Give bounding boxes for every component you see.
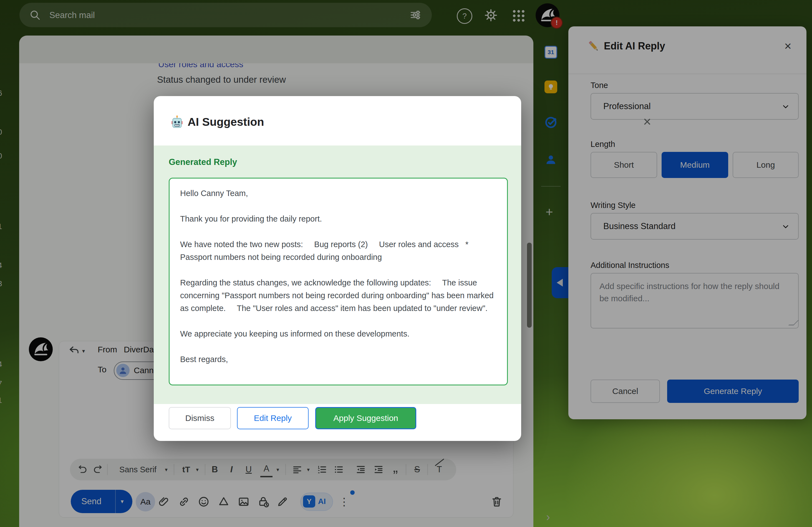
close-icon[interactable]: × (637, 112, 657, 132)
modal-title: AI Suggestion (188, 115, 264, 129)
generated-reply-label: Generated Reply (169, 157, 237, 167)
generated-reply-section: Generated Reply Hello Canny Team, Thank … (154, 145, 521, 404)
apply-suggestion-button[interactable]: Apply Suggestion (315, 407, 416, 429)
generated-reply-text[interactable]: Hello Canny Team, Thank you for providin… (169, 178, 508, 385)
robot-emoji (170, 115, 184, 130)
dismiss-button[interactable]: Dismiss (169, 407, 231, 429)
edit-reply-button[interactable]: Edit Reply (237, 407, 308, 429)
ai-suggestion-modal: AI Suggestion × Generated Reply Hello Ca… (154, 96, 521, 441)
gmail-screen: 6 0 0 1 4 3 4 7 1 ? ! (0, 0, 812, 527)
